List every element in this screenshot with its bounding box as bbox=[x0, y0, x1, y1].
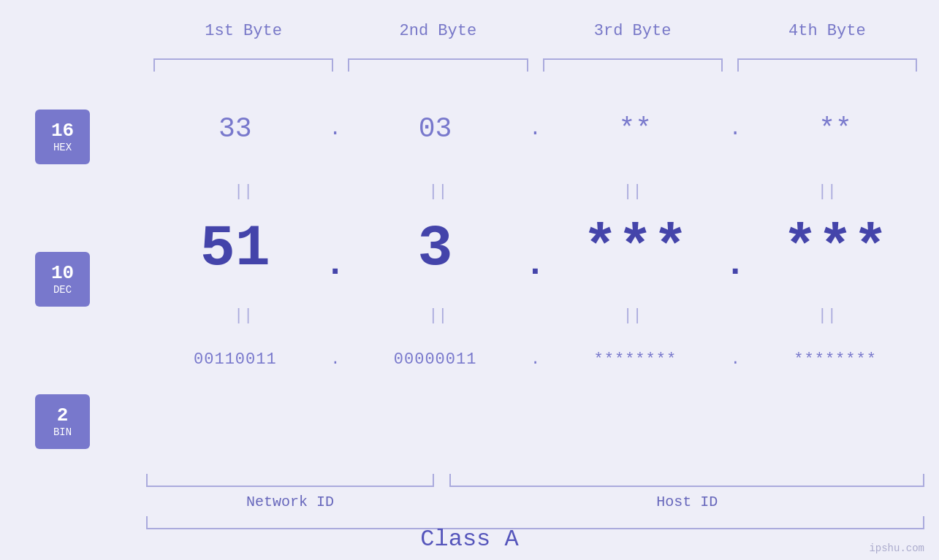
eq1-b3: || bbox=[536, 183, 730, 201]
bracket-4 bbox=[737, 58, 917, 72]
dec-name: DEC bbox=[53, 284, 72, 296]
dec-dot3: . bbox=[724, 247, 746, 282]
eq2-b4: || bbox=[730, 307, 924, 325]
eq1-b1: || bbox=[146, 183, 341, 201]
byte4-header: 4th Byte bbox=[730, 22, 924, 40]
eq2-b1: || bbox=[146, 307, 341, 325]
hex-row: 33 . 03 . ** . ** bbox=[146, 113, 924, 145]
byte1-header: 1st Byte bbox=[146, 22, 341, 40]
hex-b4: ** bbox=[746, 113, 924, 145]
byte-headers: 1st Byte 2nd Byte 3rd Byte 4th Byte bbox=[146, 22, 924, 40]
top-brackets bbox=[146, 58, 924, 72]
hex-b3: ** bbox=[547, 113, 725, 145]
bin-dot2: . bbox=[525, 350, 547, 369]
dec-dot2: . bbox=[525, 247, 547, 282]
hex-name: HEX bbox=[53, 142, 72, 153]
dec-dot1: . bbox=[324, 247, 346, 282]
hex-dot2: . bbox=[525, 118, 547, 140]
bin-b1: 00110011 bbox=[146, 350, 324, 369]
watermark: ipshu.com bbox=[869, 542, 924, 554]
equals-row-2: || || || || bbox=[146, 307, 924, 325]
eq2-b3: || bbox=[536, 307, 730, 325]
page: 1st Byte 2nd Byte 3rd Byte 4th Byte 16 H… bbox=[0, 0, 939, 560]
id-brackets bbox=[146, 474, 924, 487]
hex-dot3: . bbox=[724, 118, 746, 140]
network-id-label: Network ID bbox=[146, 494, 434, 510]
dec-num: 10 bbox=[51, 263, 74, 284]
base-labels: 16 HEX 10 DEC 2 BIN bbox=[35, 110, 90, 449]
bin-label: 2 BIN bbox=[35, 394, 90, 449]
hex-label: 16 HEX bbox=[35, 110, 90, 164]
main-grid: 33 . 03 . ** . ** || || || bbox=[146, 80, 924, 516]
bin-b2: 00000011 bbox=[346, 350, 525, 369]
network-bracket bbox=[146, 474, 434, 487]
bin-num: 2 bbox=[57, 405, 69, 426]
dec-b3: *** bbox=[547, 215, 725, 282]
id-labels: Network ID Host ID bbox=[146, 494, 924, 510]
bracket-2 bbox=[348, 58, 528, 72]
hex-b1: 33 bbox=[146, 113, 324, 145]
dec-b1: 51 bbox=[146, 215, 324, 282]
bin-dot1: . bbox=[324, 350, 346, 369]
byte2-header: 2nd Byte bbox=[341, 22, 535, 40]
bracket-3 bbox=[543, 58, 723, 72]
equals-row-1: || || || || bbox=[146, 183, 924, 201]
bin-name: BIN bbox=[53, 426, 72, 438]
hex-num: 16 bbox=[51, 120, 74, 142]
eq2-b2: || bbox=[341, 307, 535, 325]
bin-b3: ******** bbox=[547, 350, 725, 369]
bin-b4: ******** bbox=[746, 350, 924, 369]
host-id-label: Host ID bbox=[449, 494, 924, 510]
bracket-1 bbox=[153, 58, 333, 72]
bin-row: 00110011 . 00000011 . ******** . *******… bbox=[146, 350, 924, 369]
bin-dot3: . bbox=[724, 350, 746, 369]
hex-dot1: . bbox=[324, 118, 346, 140]
eq1-b4: || bbox=[730, 183, 924, 201]
class-label: Class A bbox=[0, 526, 939, 553]
dec-label: 10 DEC bbox=[35, 252, 90, 307]
byte3-header: 3rd Byte bbox=[536, 22, 730, 40]
dec-b2: 3 bbox=[346, 215, 525, 282]
hex-b2: 03 bbox=[346, 113, 525, 145]
dec-row: 51 . 3 . *** . *** bbox=[146, 215, 924, 282]
dec-b4: *** bbox=[746, 215, 924, 282]
host-bracket bbox=[449, 474, 924, 487]
eq1-b2: || bbox=[341, 183, 535, 201]
